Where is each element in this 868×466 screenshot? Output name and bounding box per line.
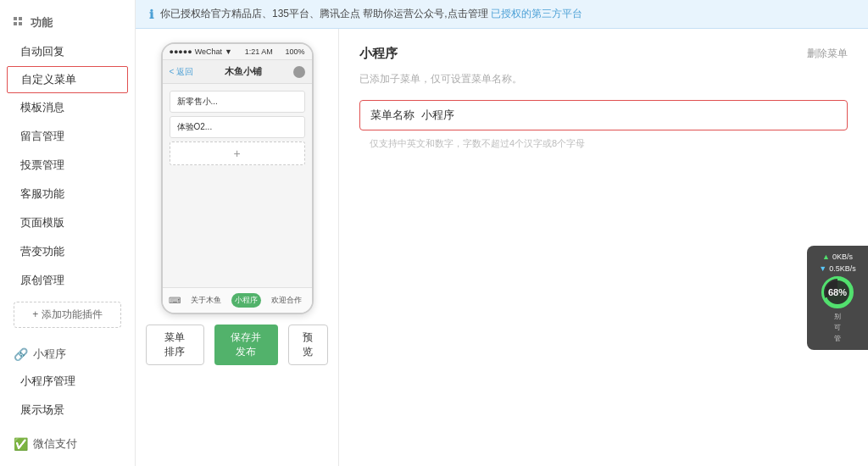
panel-title: 小程序: [359, 46, 398, 62]
preview-button[interactable]: 预览: [288, 325, 328, 365]
sidebar-wechatpay-section: ✅ 微信支付: [0, 431, 135, 457]
phone-frame: ●●●●● WeChat ▼ 1:21 AM 100% < 返回 木鱼小铺: [161, 42, 314, 314]
phone-menu-item-1[interactable]: 小程序: [231, 293, 261, 308]
sidebar-item-custommenu[interactable]: 自定义菜单: [7, 66, 128, 93]
sidebar-item-comments[interactable]: 留言管理: [0, 122, 135, 151]
phone-status-bar: ●●●●● WeChat ▼ 1:21 AM 100%: [163, 44, 312, 60]
info-link[interactable]: 已授权的第三方平台: [491, 8, 582, 19]
sidebar-sub-wechatpay[interactable]: ✅ 微信支付: [0, 431, 135, 457]
gauge-circle: 68%: [821, 276, 854, 308]
menu-sort-button[interactable]: 菜单排序: [146, 325, 204, 365]
download-speed: 0.5KB/s: [829, 264, 856, 273]
sidebar-item-marketing[interactable]: 营变功能: [0, 237, 135, 266]
delete-menu-button[interactable]: 删除菜单: [807, 47, 848, 61]
sidebar-miniprogram-section: 🔗 小程序 小程序管理 展示场景: [0, 341, 135, 424]
phone-battery: 100%: [285, 47, 304, 56]
info-text: 你已授权给官方精品店、135平台、腾讯企点 帮助你运营公众号,点击管理 已授权的…: [160, 7, 582, 21]
phone-menu-item-0[interactable]: 关于木鱼: [187, 293, 225, 308]
phone-time: 1:21 AM: [245, 47, 273, 56]
check-icon: ✅: [14, 437, 28, 451]
content-area: ●●●●● WeChat ▼ 1:21 AM 100% < 返回 木鱼小铺: [136, 29, 868, 466]
phone-menu-item-2[interactable]: 欢迎合作: [268, 293, 305, 308]
phone-preview-panel: ●●●●● WeChat ▼ 1:21 AM 100% < 返回 木鱼小铺: [136, 29, 339, 466]
phone-avatar: [293, 66, 305, 78]
phone-submenu-item-0[interactable]: 新零售小...: [170, 91, 305, 113]
keyboard-icon: ⌨: [169, 296, 181, 305]
menu-name-input[interactable]: [421, 109, 837, 122]
phone-nav-bar: < 返回 木鱼小铺: [163, 60, 312, 84]
form-row-menuname: 菜单名称: [359, 100, 848, 130]
sidebar-item-original[interactable]: 原创管理: [0, 266, 135, 295]
add-plugin-button[interactable]: + 添加功能插件: [14, 302, 121, 328]
main-content: ℹ 你已授权给官方精品店、135平台、腾讯企点 帮助你运营公众号,点击管理 已授…: [136, 0, 868, 466]
sidebar-item-miniprogram-scene[interactable]: 展示场景: [0, 396, 135, 424]
phone-signal: ▼: [225, 47, 232, 56]
form-label-menuname: 菜单名称: [370, 108, 421, 123]
side-labels: 别 可 管: [834, 312, 841, 343]
phone-back-button[interactable]: < 返回: [170, 66, 194, 78]
phone-submenu-list: 新零售小... 体验O2... +: [163, 84, 312, 172]
sidebar-item-votes[interactable]: 投票管理: [0, 151, 135, 180]
grid-icon: [14, 17, 25, 29]
upload-speed: 0KB/s: [832, 252, 853, 261]
gauge-percent: 68%: [826, 280, 849, 304]
phone-dots: ●●●●●: [170, 47, 192, 56]
phone-body: 新零售小... 体验O2... +: [163, 84, 312, 287]
upload-arrow-icon: ▲: [822, 252, 830, 261]
panel-header: 小程序 删除菜单: [359, 46, 848, 62]
form-hint-text: 仅支持中英文和数字，字数不超过4个汉字或8个字母: [370, 137, 848, 150]
info-bar: ℹ 你已授权给官方精品店、135平台、腾讯企点 帮助你运营公众号,点击管理 已授…: [136, 0, 868, 29]
phone-submenu-item-1[interactable]: 体验O2...: [170, 116, 305, 138]
sidebar-sub-miniprogram[interactable]: 🔗 小程序: [0, 341, 135, 367]
save-publish-button[interactable]: 保存并发布: [214, 325, 278, 365]
download-arrow-icon: ▼: [819, 264, 826, 273]
sidebar-item-pagetpl[interactable]: 页面模版: [0, 208, 135, 237]
phone-page-title: 木鱼小铺: [225, 65, 262, 78]
phone-add-submenu-button[interactable]: +: [170, 141, 305, 165]
sidebar-item-autoreply[interactable]: 自动回复: [0, 37, 135, 66]
info-icon: ℹ: [149, 8, 153, 21]
phone-brand: WeChat: [195, 47, 222, 56]
bottom-action-buttons: 菜单排序 保存并发布 预览: [146, 325, 328, 365]
speed-widget: ▲ 0KB/s ▼ 0.5KB/s 68% 别 可 管: [807, 246, 868, 350]
sidebar-item-service[interactable]: 客服功能: [0, 180, 135, 208]
sidebar: 功能 自动回复 自定义菜单 模板消息 留言管理 投票管理 客服功能 页面模版 营…: [0, 0, 136, 466]
phone-status-left: ●●●●● WeChat ▼: [170, 47, 232, 56]
sidebar-item-template[interactable]: 模板消息: [0, 93, 135, 122]
link-icon: 🔗: [14, 347, 28, 361]
speed-upload-row: ▲ 0KB/s: [822, 252, 853, 261]
sidebar-section-functions: 功能: [0, 8, 135, 37]
speed-download-row: ▼ 0.5KB/s: [819, 264, 855, 273]
sidebar-item-miniprogram-manage[interactable]: 小程序管理: [0, 367, 135, 396]
notice-text: 已添加子菜单，仅可设置菜单名称。: [359, 72, 848, 86]
right-panel: 小程序 删除菜单 已添加子菜单，仅可设置菜单名称。 菜单名称 仅支持中英文和数字…: [339, 29, 868, 466]
phone-menu-bar: ⌨ 关于木鱼 小程序 欢迎合作: [163, 287, 312, 313]
